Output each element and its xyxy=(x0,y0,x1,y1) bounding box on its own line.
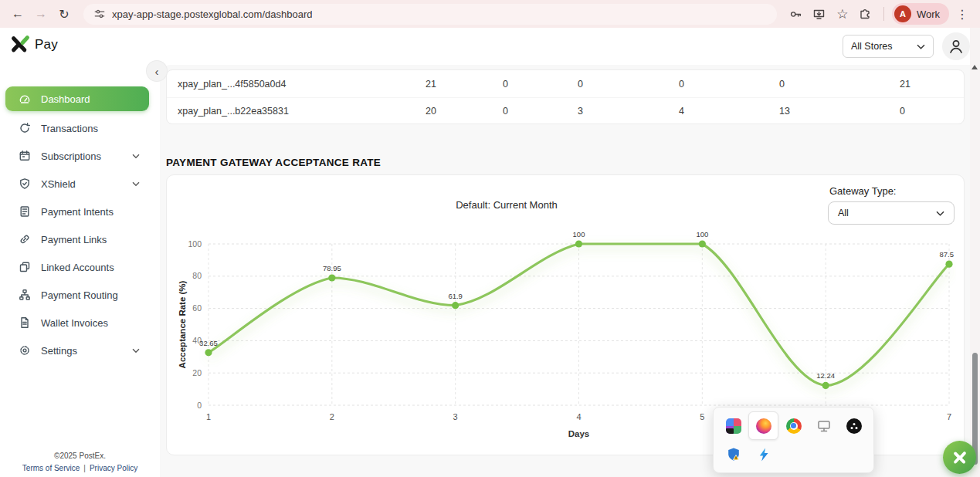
sidebar-item-dashboard[interactable]: Dashboard xyxy=(5,86,149,111)
plan-metric: 0 xyxy=(779,79,900,90)
plan-metric: 0 xyxy=(900,106,964,117)
sidebar-item-payment-links[interactable]: Payment Links xyxy=(5,228,149,251)
invoice-doc-icon xyxy=(18,316,31,330)
security-shield-alert-icon xyxy=(726,447,741,462)
plan-id: xpay_plan_...4f5850a0d4 xyxy=(167,79,426,90)
app-header: Pay All Stores xyxy=(0,28,980,65)
gateway-type-value: All xyxy=(838,208,849,218)
plan-metric: 3 xyxy=(578,106,679,117)
xpay-launcher-button[interactable] xyxy=(943,441,976,474)
privacy-policy-link[interactable]: Privacy Policy xyxy=(90,464,137,472)
install-app-icon[interactable] xyxy=(809,4,829,24)
browser-profile-label: Work xyxy=(917,8,940,20)
tray-firefox-icon[interactable] xyxy=(748,411,778,440)
person-icon xyxy=(947,37,965,56)
shield-check-icon xyxy=(18,178,31,191)
svg-text:100: 100 xyxy=(188,239,202,249)
sidebar-item-label: Subscriptions xyxy=(41,151,101,162)
plan-metric: 0 xyxy=(679,79,779,90)
sidebar-item-payment-routing[interactable]: Payment Routing xyxy=(5,283,149,306)
section-title: PAYMENT GATEWAY ACCEPTANCE RATE xyxy=(166,157,381,168)
chain-link-icon xyxy=(18,233,31,246)
extensions-icon[interactable] xyxy=(856,4,876,24)
tray-widgets-collage-icon[interactable] xyxy=(718,411,748,440)
tray-display-cable-icon[interactable] xyxy=(809,411,839,440)
xpay-fab-mark-icon xyxy=(951,449,968,466)
table-row[interactable]: xpay_plan_...b22ea3583120034130 xyxy=(167,97,964,124)
svg-text:7: 7 xyxy=(947,412,951,421)
browser-profile-chip[interactable]: A Work xyxy=(892,3,949,25)
widgets-collage-icon xyxy=(726,418,741,434)
sidebar-item-wallet-invoices[interactable]: Wallet Invoices xyxy=(5,311,149,334)
svg-text:3: 3 xyxy=(453,412,458,421)
xpay-logo: Pay xyxy=(10,34,58,55)
calendar-icon xyxy=(18,150,31,163)
svg-text:2: 2 xyxy=(330,412,334,421)
back-icon[interactable]: ← xyxy=(8,4,28,24)
svg-text:80: 80 xyxy=(192,271,202,280)
sidebar-item-transactions[interactable]: Transactions xyxy=(5,117,149,140)
menu-dots-icon[interactable]: ⋮ xyxy=(952,4,972,24)
black-app-icon xyxy=(846,418,862,434)
table-row[interactable]: xpay_plan_...4f5850a0d421000021 xyxy=(167,70,964,97)
forward-icon[interactable]: → xyxy=(31,4,51,24)
site-info-icon[interactable] xyxy=(94,8,105,19)
svg-text:100: 100 xyxy=(696,230,708,238)
password-key-icon[interactable] xyxy=(786,4,806,24)
sidebar-item-label: Payment Intents xyxy=(41,206,114,218)
gateway-type-selector[interactable]: All xyxy=(828,201,955,225)
sidebar-item-settings[interactable]: Settings xyxy=(5,339,149,362)
sidebar-item-payment-intents[interactable]: Payment Intents xyxy=(5,200,149,223)
svg-text:20: 20 xyxy=(192,368,202,377)
svg-text:100: 100 xyxy=(573,230,585,238)
footer-separator: | xyxy=(83,464,86,472)
bookmark-star-icon[interactable]: ☆ xyxy=(832,4,853,24)
scrollbar-up-arrow-icon[interactable] xyxy=(972,65,978,69)
svg-text:87.5: 87.5 xyxy=(940,250,955,259)
svg-text:12.24: 12.24 xyxy=(816,371,835,380)
sidebar-footer: ©2025 PostEx. Terms of Service|Privacy P… xyxy=(0,452,160,472)
copyright-text: ©2025 PostEx. xyxy=(0,452,160,460)
plan-metric: 13 xyxy=(779,106,900,117)
svg-text:0: 0 xyxy=(197,401,202,410)
chevron-down-icon xyxy=(132,181,140,187)
reload-icon[interactable]: ↻ xyxy=(54,4,74,24)
sidebar-collapse-button[interactable]: ‹ xyxy=(147,61,167,81)
tray-security-shield-alert-icon[interactable] xyxy=(718,440,748,469)
sidebar-item-label: XShield xyxy=(41,178,76,190)
sidebar-item-label: Wallet Invoices xyxy=(41,317,108,329)
address-bar[interactable]: xpay-app-stage.postexglobal.com/dashboar… xyxy=(83,4,777,25)
sidebar-nav: DashboardTransactionsSubscriptionsXShiel… xyxy=(0,65,160,477)
sidebar-item-linked-accounts[interactable]: Linked Accounts xyxy=(5,255,149,279)
tray-black-app-icon[interactable] xyxy=(839,411,869,440)
sidebar-item-label: Transactions xyxy=(41,123,98,134)
display-cable-icon xyxy=(816,418,832,434)
plan-metric: 0 xyxy=(503,79,578,90)
plan-metric: 0 xyxy=(503,106,578,117)
system-tray-overflow xyxy=(713,407,874,473)
chrome-icon xyxy=(786,418,802,434)
sidebar-item-xshield[interactable]: XShield xyxy=(5,172,149,195)
plan-metric: 21 xyxy=(900,79,964,90)
sidebar-item-label: Payment Links xyxy=(41,234,107,245)
browser-toolbar: ← → ↻ xpay-app-stage.postexglobal.com/da… xyxy=(0,0,980,28)
tray-chrome-icon[interactable] xyxy=(778,411,809,440)
xpay-logo-mark xyxy=(10,34,31,55)
gauge-icon xyxy=(18,93,31,106)
svg-text:60: 60 xyxy=(192,303,202,313)
store-selector[interactable]: All Stores xyxy=(843,35,934,58)
page-scrollbar[interactable] xyxy=(970,28,980,477)
tray-lightning-app-icon[interactable] xyxy=(748,440,778,469)
toolbar-divider xyxy=(883,7,884,21)
logo-text: Pay xyxy=(35,37,58,52)
sidebar-item-label: Payment Routing xyxy=(41,289,118,301)
chevron-down-icon xyxy=(917,44,925,49)
terms-of-service-link[interactable]: Terms of Service xyxy=(22,464,80,472)
firefox-icon xyxy=(756,418,771,434)
plan-id: xpay_plan_...b22ea35831 xyxy=(167,106,426,117)
chart-subtitle: Default: Current Month xyxy=(391,199,622,211)
sidebar-item-subscriptions[interactable]: Subscriptions xyxy=(5,144,149,167)
user-profile-button[interactable] xyxy=(942,32,970,60)
svg-text:32.65: 32.65 xyxy=(199,339,218,347)
gear-icon xyxy=(18,344,31,357)
